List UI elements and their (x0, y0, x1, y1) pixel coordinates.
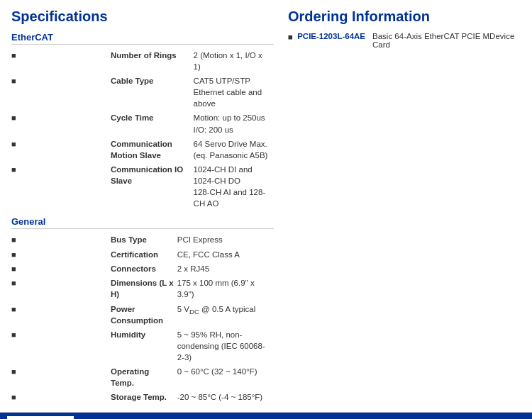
spec-label: Humidity (111, 328, 177, 364)
spec-value: 64 Servo Drive Max.(eq. Panasonic A5B) (194, 137, 274, 162)
part-number: PCIE-1203L-64AE (297, 32, 365, 40)
spec-label: Storage Temp. (111, 390, 177, 404)
footer: ADʟANTECH Intelligent Motion Control and… (0, 412, 532, 419)
table-row: ■ Communication Motion Slave 64 Servo Dr… (11, 137, 274, 162)
spec-value: 2 (Motion x 1, I/O x 1) (194, 48, 274, 74)
table-row: ■ Cable Type CAT5 UTP/STP Ethernet cable… (11, 74, 274, 111)
table-row: ■ Storage Temp. -20 ~ 85°C (-4 ~ 185°F) (11, 390, 274, 404)
spec-value: 5 VDC @ 0.5 A typical (177, 302, 274, 328)
bullet: ■ (11, 328, 111, 364)
spec-value: 175 x 100 mm (6.9" x 3.9") (177, 276, 274, 301)
page-title: Specifications (11, 9, 274, 25)
table-row: ■ Power Consumption 5 VDC @ 0.5 A typica… (11, 302, 274, 328)
spec-label: Dimensions (L x H) (111, 276, 177, 301)
bullet: ■ (11, 247, 111, 262)
bullet: ■ (288, 33, 294, 41)
bullet: ■ (11, 364, 111, 390)
ordering-item: ■ PCIE-1203L-64AE Basic 64-Axis EtherCAT… (288, 32, 521, 49)
spec-label: Number of Rings (111, 48, 194, 74)
table-row: ■ Cycle Time Motion: up to 250usI/O: 200… (11, 111, 274, 136)
spec-value: PCI Express (177, 233, 274, 247)
bullet: ■ (11, 162, 111, 211)
bullet: ■ (11, 233, 111, 247)
part-description: Basic 64-Axis EtherCAT PCIE MDevice Card (372, 32, 521, 49)
table-row: ■ Certification CE, FCC Class A (11, 247, 274, 262)
bullet: ■ (11, 48, 111, 74)
table-row: ■ Humidity 5 ~ 95% RH, non-condensing (I… (11, 328, 274, 364)
table-row: ■ Operating Temp. 0 ~ 60°C (32 ~ 140°F) (11, 364, 274, 390)
bullet: ■ (11, 390, 111, 404)
spec-label: Operating Temp. (111, 364, 177, 390)
spec-value: CE, FCC Class A (177, 247, 274, 262)
spec-value: 1024-CH DI and 1024-CH DO128-CH AI and 1… (194, 162, 274, 211)
bullet: ■ (11, 137, 111, 162)
bullet: ■ (11, 74, 111, 111)
advantech-logo: ADʟANTECH (7, 416, 74, 419)
spec-value: Motion: up to 250usI/O: 200 us (194, 111, 274, 136)
spec-label: Connectors (111, 262, 177, 276)
footer-branding: ADʟANTECH Intelligent Motion Control and… (0, 413, 532, 419)
table-row: ■ Number of Rings 2 (Motion x 1, I/O x 1… (11, 48, 274, 74)
spec-label: Communication Motion Slave (111, 137, 194, 162)
ethercat-table: ■ Number of Rings 2 (Motion x 1, I/O x 1… (11, 48, 274, 211)
table-row: ■ Communication IO Slave 1024-CH DI and … (11, 162, 274, 211)
spec-label: Communication IO Slave (111, 162, 194, 211)
spec-label: Cycle Time (111, 111, 194, 136)
spec-value: 0 ~ 60°C (32 ~ 140°F) (177, 364, 274, 390)
spec-label: Bus Type (111, 233, 177, 247)
bullet: ■ (11, 276, 111, 301)
spec-value: 5 ~ 95% RH, non-condensing (IEC 60068-2-… (177, 328, 274, 364)
general-heading: General (11, 216, 274, 229)
general-table: ■ Bus Type PCI Express ■ Certification C… (11, 233, 274, 404)
bullet: ■ (11, 111, 111, 136)
bullet: ■ (11, 262, 111, 276)
ordering-title: Ordering Information (288, 9, 521, 25)
table-row: ■ Dimensions (L x H) 175 x 100 mm (6.9" … (11, 276, 274, 301)
spec-value: 2 x RJ45 (177, 262, 274, 276)
spec-label: Certification (111, 247, 177, 262)
spec-value: CAT5 UTP/STP Ethernet cable and above (194, 74, 274, 111)
ethercat-heading: EtherCAT (11, 32, 274, 45)
table-row: ■ Connectors 2 x RJ45 (11, 262, 274, 276)
spec-value: -20 ~ 85°C (-4 ~ 185°F) (177, 390, 274, 404)
table-row: ■ Bus Type PCI Express (11, 233, 274, 247)
specifications-section: Specifications EtherCAT ■ Number of Ring… (11, 9, 274, 405)
spec-label: Cable Type (111, 74, 194, 111)
bullet: ■ (11, 302, 111, 328)
ordering-section: Ordering Information ■ PCIE-1203L-64AE B… (288, 9, 521, 405)
spec-label: Power Consumption (111, 302, 177, 328)
